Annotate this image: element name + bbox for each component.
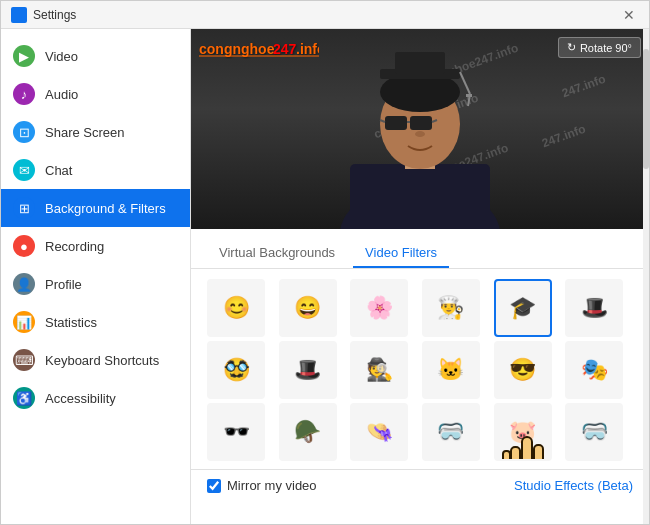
- sidebar-item-video-label: Video: [45, 49, 78, 64]
- sidebar-item-audio-label: Audio: [45, 87, 78, 102]
- filter-fedora[interactable]: 🕶️: [207, 403, 265, 461]
- scrollbar-track[interactable]: [643, 29, 649, 524]
- mirror-video-checkbox[interactable]: [207, 479, 221, 493]
- filter-spy[interactable]: 🕵️: [350, 341, 408, 399]
- sidebar-item-video[interactable]: ▶ Video: [1, 37, 190, 75]
- mirror-video-label[interactable]: Mirror my video: [207, 478, 317, 493]
- filter-beret[interactable]: 👒: [350, 403, 408, 461]
- titlebar: Settings ✕: [1, 1, 649, 29]
- svg-rect-16: [395, 52, 445, 74]
- main-panel: congnghoe 247 .info congnghoe247.info co…: [191, 29, 649, 524]
- main-content: ▶ Video ♪ Audio ⊡ Share Screen ✉ Chat ⊞ …: [1, 29, 649, 524]
- sidebar-item-share-screen[interactable]: ⊡ Share Screen: [1, 113, 190, 151]
- filter-red-hat-icon: 🎩: [581, 295, 608, 321]
- sidebar-item-statistics[interactable]: 📊 Statistics: [1, 303, 190, 341]
- sidebar-item-recording[interactable]: ● Recording: [1, 227, 190, 265]
- filter-cool[interactable]: 😎: [494, 341, 552, 399]
- audio-icon: ♪: [13, 83, 35, 105]
- filter-cool-icon: 😎: [509, 357, 536, 383]
- settings-window: Settings ✕ ▶ Video ♪ Audio ⊡ Share Scree…: [0, 0, 650, 525]
- statistics-icon: 📊: [13, 311, 35, 333]
- filter-grad-cap-icon: 🎓: [509, 295, 536, 321]
- profile-icon: 👤: [13, 273, 35, 295]
- studio-effects-link[interactable]: Studio Effects (Beta): [514, 478, 633, 493]
- svg-rect-24: [503, 451, 510, 461]
- svg-text:247: 247: [273, 41, 297, 57]
- sidebar-item-chat[interactable]: ✉ Chat: [1, 151, 190, 189]
- filter-fedora-icon: 🕶️: [223, 419, 250, 445]
- sidebar-item-statistics-label: Statistics: [45, 315, 97, 330]
- rotate-icon: ↻: [567, 41, 576, 54]
- close-button[interactable]: ✕: [619, 7, 639, 23]
- svg-text:.info: .info: [296, 41, 319, 57]
- filter-red-hat[interactable]: 🎩: [565, 279, 623, 337]
- filter-3d-glasses[interactable]: 🥽: [422, 403, 480, 461]
- sidebar-item-audio[interactable]: ♪ Audio: [1, 75, 190, 113]
- sidebar-item-chat-label: Chat: [45, 163, 72, 178]
- filter-3d-glasses-icon: 🥽: [437, 419, 464, 445]
- filter-military-icon: 🪖: [294, 419, 321, 445]
- sidebar-item-recording-label: Recording: [45, 239, 104, 254]
- sidebar-item-keyboard[interactable]: ⌨ Keyboard Shortcuts: [1, 341, 190, 379]
- app-icon: [11, 7, 27, 23]
- svg-point-20: [512, 449, 544, 461]
- filter-spy-icon: 🕵️: [366, 357, 393, 383]
- svg-point-25: [535, 460, 549, 461]
- sidebar-item-accessibility-label: Accessibility: [45, 391, 116, 406]
- filter-chef-icon: 👨‍🍳: [437, 295, 464, 321]
- chat-icon: ✉: [13, 159, 35, 181]
- background-icon: ⊞: [13, 197, 35, 219]
- sidebar-item-share-label: Share Screen: [45, 125, 125, 140]
- svg-rect-5: [350, 164, 490, 229]
- svg-rect-22: [534, 445, 543, 461]
- filter-smiley[interactable]: 😊: [207, 279, 265, 337]
- sidebar-item-accessibility[interactable]: ♿ Accessibility: [1, 379, 190, 417]
- filter-area: 😊 😄 🌸 👨‍🍳 🎓 Gradua: [191, 279, 649, 461]
- window-title: Settings: [33, 8, 619, 22]
- sidebar-item-profile[interactable]: 👤 Profile: [1, 265, 190, 303]
- svg-line-17: [460, 72, 470, 94]
- sidebar-item-background[interactable]: ⊞ Background & Filters: [1, 189, 190, 227]
- tab-virtual-backgrounds[interactable]: Virtual Backgrounds: [207, 239, 347, 268]
- svg-text:congnghoe: congnghoe: [199, 41, 275, 57]
- filter-drama[interactable]: 🎭: [565, 341, 623, 399]
- sidebar: ▶ Video ♪ Audio ⊡ Share Screen ✉ Chat ⊞ …: [1, 29, 191, 524]
- filter-mustache-icon: 🥸: [223, 357, 250, 383]
- svg-rect-9: [385, 116, 407, 130]
- filter-top-hat-icon: 🎩: [294, 357, 321, 383]
- filter-smiley-icon: 😊: [223, 295, 250, 321]
- rotate-button[interactable]: ↻ Rotate 90°: [558, 37, 641, 58]
- filter-grid: 😊 😄 🌸 👨‍🍳 🎓 Gradua: [191, 279, 649, 461]
- watermark-4: 247.info: [560, 72, 607, 101]
- filter-piggy-icon: 🐷: [509, 419, 536, 445]
- scrollbar-thumb[interactable]: [643, 49, 649, 169]
- filter-cat-icon: 🐱: [437, 357, 464, 383]
- filter-military[interactable]: 🪖: [279, 403, 337, 461]
- tab-video-filters[interactable]: Video Filters: [353, 239, 449, 268]
- svg-rect-19: [466, 94, 472, 97]
- svg-rect-23: [511, 447, 520, 461]
- filter-beret-icon: 👒: [366, 419, 393, 445]
- filter-flower-crown-icon: 🌸: [366, 295, 393, 321]
- filter-happy[interactable]: 😄: [279, 279, 337, 337]
- sidebar-item-background-label: Background & Filters: [45, 201, 166, 216]
- filter-happy-icon: 😄: [294, 295, 321, 321]
- svg-point-14: [415, 131, 425, 137]
- sidebar-item-profile-label: Profile: [45, 277, 82, 292]
- share-screen-icon: ⊡: [13, 121, 35, 143]
- mirror-video-text: Mirror my video: [227, 478, 317, 493]
- watermark-5: 247.info: [540, 122, 587, 151]
- video-icon: ▶: [13, 45, 35, 67]
- filter-flower-crown[interactable]: 🌸: [350, 279, 408, 337]
- filter-piggy[interactable]: 🐷: [494, 403, 552, 461]
- filter-goggles[interactable]: 🥽: [565, 403, 623, 461]
- svg-rect-10: [410, 116, 432, 130]
- footer-row: Mirror my video Studio Effects (Beta): [191, 469, 649, 501]
- filter-top-hat[interactable]: 🎩: [279, 341, 337, 399]
- filter-drama-icon: 🎭: [581, 357, 608, 383]
- filter-grad-cap[interactable]: 🎓 Graduation cap: [494, 279, 552, 337]
- filter-cat[interactable]: 🐱: [422, 341, 480, 399]
- filter-chef[interactable]: 👨‍🍳: [422, 279, 480, 337]
- filter-mustache[interactable]: 🥸: [207, 341, 265, 399]
- rotate-label: Rotate 90°: [580, 42, 632, 54]
